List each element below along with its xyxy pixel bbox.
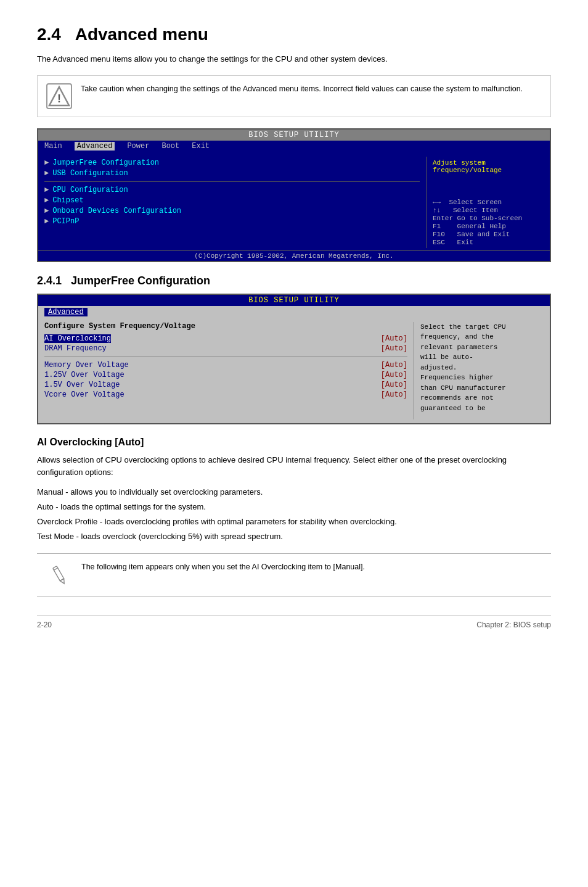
bios-row-memvolt: Memory Over Voltage [Auto]: [44, 361, 407, 369]
bios-item-label: JumperFree Configuration: [52, 159, 159, 167]
key-f10: F10 Save and Exit: [433, 231, 544, 238]
arrow-icon: ►: [44, 207, 49, 215]
warning-icon: !: [46, 83, 72, 109]
bios-menu2-advanced: Advanced: [44, 308, 88, 316]
bios-label-vcore: Vcore Over Voltage: [44, 390, 125, 399]
bios-value-memvolt: [Auto]: [381, 361, 407, 369]
bios-divider: [44, 181, 420, 182]
bios-item-pcipnp: ► PCIPnP: [44, 217, 420, 226]
bios-title-2: BIOS SETUP UTILITY: [38, 295, 550, 306]
bios-title-1: BIOS SETUP UTILITY: [38, 130, 550, 141]
bios-value-vcore: [Auto]: [381, 390, 407, 399]
footer-page-num: 2-20: [37, 621, 52, 629]
ai-overclocking-intro: Allows selection of CPU overclocking opt…: [37, 454, 551, 480]
bios-row-ai: AI Overclocking [Auto]: [44, 334, 407, 343]
bios-left-panel-2: Configure System Frequency/Voltage AI Ov…: [38, 322, 414, 419]
bios-body-2: Configure System Frequency/Voltage AI Ov…: [38, 318, 550, 423]
bios-menu-advanced: Advanced: [75, 142, 115, 151]
bios-screen-1: BIOS SETUP UTILITY Main Advanced Power B…: [37, 128, 551, 262]
section-number: 2.4: [37, 25, 61, 44]
svg-marker-3: [60, 579, 66, 585]
bios-item-label: USB Configuration: [52, 169, 128, 178]
note-icon: [46, 561, 73, 588]
warning-box: ! Take caution when changing the setting…: [37, 75, 551, 117]
bios-menubar-2: Advanced: [38, 306, 550, 318]
bios-menu-exit: Exit: [192, 142, 210, 151]
subsection-title-241: 2.4.1 JumperFree Configuration: [37, 274, 551, 287]
subsection-num: 2.4.1: [37, 274, 62, 287]
alert-triangle-icon: !: [47, 85, 71, 108]
section-title-text: Advanced menu: [75, 25, 208, 44]
warning-text: Take caution when changing the settings …: [81, 83, 523, 95]
arrow-icon: ►: [44, 169, 49, 178]
option-test-mode: Test Mode - loads overclock (overclockin…: [37, 530, 551, 543]
bios-label-ai: AI Overclocking: [44, 334, 111, 343]
bios-right-panel-1: Adjust systemfrequency/voltage ←→ Select…: [427, 157, 550, 248]
note-text: The following item appears only when you…: [81, 561, 365, 573]
bios-menubar-1: Main Advanced Power Boot Exit: [38, 141, 550, 152]
note-box: The following item appears only when you…: [37, 553, 551, 596]
bios-menu-boot: Boot: [161, 142, 179, 151]
bios-label-15v: 1.5V Over Voltage: [44, 381, 120, 389]
bios-item-onboard: ► Onboard Devices Configuration: [44, 207, 420, 215]
bios-row-dram: DRAM Frequency [Auto]: [44, 344, 407, 353]
key-esc: ESC Exit: [433, 239, 544, 246]
bios-label-125v: 1.25V Over Voltage: [44, 371, 125, 379]
option-overclock-profile: Overclock Profile - loads overclocking p…: [37, 515, 551, 529]
key-enter: Enter Go to Sub-screen: [433, 215, 544, 222]
bios-keys: ←→ Select Screen ↑↓ Select Item Enter Go…: [433, 199, 544, 246]
option-auto: Auto - loads the optimal settings for th…: [37, 500, 551, 514]
arrow-icon: ►: [44, 159, 49, 167]
bios-row-vcore: Vcore Over Voltage [Auto]: [44, 390, 407, 399]
bios-item-usb: ► USB Configuration: [44, 169, 420, 178]
bios-body-1: ► JumperFree Configuration ► USB Configu…: [38, 152, 550, 250]
intro-text: The Advanced menu items allow you to cha…: [37, 53, 551, 65]
bios-value-15v: [Auto]: [381, 381, 407, 389]
arrow-icon: ►: [44, 186, 49, 194]
bios-value-125v: [Auto]: [381, 371, 407, 379]
bios-value-ai: [Auto]: [381, 334, 407, 343]
bios-help-text-1: Adjust systemfrequency/voltage: [433, 159, 544, 174]
option-manual: Manual - allows you to individually set …: [37, 485, 551, 499]
bios-item-label: Onboard Devices Configuration: [52, 207, 181, 215]
bios-item-label: Chipset: [52, 196, 83, 205]
svg-text:!: !: [57, 93, 61, 105]
ai-overclocking-title: AI Overclocking [Auto]: [37, 437, 551, 448]
bios-config-header: Configure System Frequency/Voltage: [44, 322, 407, 331]
svg-line-4: [54, 568, 57, 571]
bios-item-cpu: ► CPU Configuration: [44, 186, 420, 194]
key-select-screen: ←→ Select Screen: [433, 199, 544, 206]
bios-row-125v: 1.25V Over Voltage [Auto]: [44, 371, 407, 379]
bios-item-chipset: ► Chipset: [44, 196, 420, 205]
bios-row-15v: 1.5V Over Voltage [Auto]: [44, 381, 407, 389]
bios-left-panel-1: ► JumperFree Configuration ► USB Configu…: [38, 157, 427, 248]
bios-menu-main: Main: [44, 142, 62, 151]
svg-rect-2: [53, 566, 64, 581]
footer-chapter: Chapter 2: BIOS setup: [476, 621, 551, 629]
arrow-icon: ►: [44, 196, 49, 205]
bios-label-dram: DRAM Frequency: [44, 344, 107, 353]
bios-value-dram: [Auto]: [381, 344, 407, 353]
arrow-icon: ►: [44, 217, 49, 226]
bios-divider2: [44, 357, 407, 357]
subsection-title-label: JumperFree Configuration: [71, 274, 210, 287]
bios-menu-power: Power: [127, 142, 149, 151]
bios-help-text-2: Select the target CPU frequency, and the…: [420, 322, 544, 414]
key-f1: F1 General Help: [433, 223, 544, 230]
bios-footer-1: (C)Copyright 1985-2002, American Megatre…: [38, 250, 550, 261]
bios-label-memvolt: Memory Over Voltage: [44, 361, 129, 369]
pencil-icon: [47, 563, 71, 587]
section-heading: 2.4 Advanced menu: [37, 25, 551, 44]
page-footer: 2-20 Chapter 2: BIOS setup: [37, 615, 551, 629]
bios-screen-2: BIOS SETUP UTILITY Advanced Configure Sy…: [37, 294, 551, 424]
key-select-item: ↑↓ Select Item: [433, 207, 544, 214]
bios-item-label: CPU Configuration: [52, 186, 128, 194]
bios-item-label: PCIPnP: [52, 217, 79, 226]
bios-item-jumperfree: ► JumperFree Configuration: [44, 159, 420, 167]
bios-right-panel-2: Select the target CPU frequency, and the…: [414, 322, 550, 419]
